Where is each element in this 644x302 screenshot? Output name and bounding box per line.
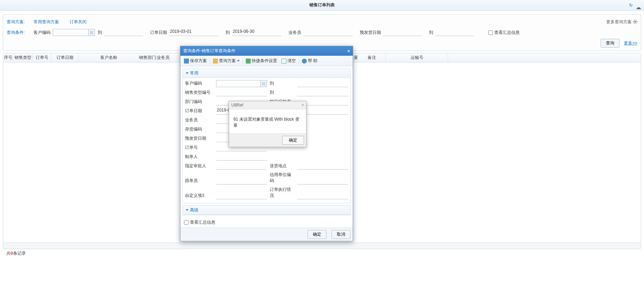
title-bar: 销售订单列表 ↻ <box>0 0 644 11</box>
section-advanced-header[interactable]: 高级 <box>183 206 350 215</box>
folder-icon <box>213 59 218 64</box>
form-input[interactable] <box>297 80 348 87</box>
col-header[interactable]: 订单日期 <box>51 53 79 62</box>
form-label: 订单日期 <box>185 108 213 115</box>
salesman-label: 业务员 <box>288 30 301 36</box>
popup-title-bar[interactable]: U8Ref × <box>229 101 306 109</box>
modal-title-bar[interactable]: 查询条件-销售订单查询条件 × <box>180 46 353 56</box>
modal-footer: 确定 取消 <box>180 228 353 241</box>
section-advanced: 高级 <box>183 205 351 215</box>
tb-quick[interactable]: 快捷条件设置 <box>244 57 279 65</box>
form-label: 部门编码 <box>185 99 213 105</box>
order-date-from[interactable]: 2019-03-01 <box>169 29 219 36</box>
form-label: 自定义项3 <box>185 193 213 199</box>
modal-cancel-button[interactable]: 取消 <box>332 230 351 239</box>
to2-label: 到 <box>429 30 433 36</box>
cust-code-to[interactable] <box>104 29 143 36</box>
col-header[interactable]: 销售类型 <box>13 53 33 62</box>
tb-save[interactable]: 保存方案 <box>183 57 208 65</box>
deliv-date-label: 预发货日期 <box>360 30 381 36</box>
to-label: 到 <box>98 30 102 36</box>
modal-ok-button[interactable]: 确定 <box>308 230 327 239</box>
close-icon[interactable]: × <box>347 49 350 54</box>
chevron-down-icon <box>633 20 637 24</box>
popup-message: 91 未设置对象变量或 With block 变量 <box>229 109 306 133</box>
form-label: 订单号 <box>185 145 213 151</box>
form-label <box>270 151 294 151</box>
form-label: 到 <box>270 90 294 96</box>
plan-label: 查询方案: <box>7 19 26 25</box>
form-label: 跟单员 <box>185 178 213 185</box>
summary-check[interactable]: 查看汇总信息 <box>488 30 520 36</box>
filter-panel: 查询方案: 常用查询方案 订单关闭 更多查询方案 查询条件: 客户编码 ☷ 到 … <box>3 14 641 51</box>
search-button[interactable]: 查询 <box>601 39 620 48</box>
tb-clear[interactable]: 清空 <box>280 57 297 65</box>
tb-plan[interactable]: 查询方案 <box>211 57 241 65</box>
form-input[interactable] <box>297 163 348 170</box>
form-label: 存货编码 <box>185 126 213 133</box>
tb-help[interactable]: 帮 助 <box>300 57 319 65</box>
plan-closed[interactable]: 订单关闭 <box>70 19 87 25</box>
form-label <box>270 160 294 161</box>
modal-title: 查询条件-销售订单查询条件 <box>183 48 235 54</box>
picker-icon[interactable]: ☷ <box>260 80 267 87</box>
save-icon <box>184 59 189 64</box>
form-label: 信用单位编码 <box>270 172 294 185</box>
form-input[interactable] <box>297 89 348 96</box>
more-plans[interactable]: 更多查询方案 <box>606 19 637 25</box>
deliv-date-to[interactable] <box>435 29 474 36</box>
modal-toolbar: 保存方案 查询方案 快捷条件设置 清空 帮 助 <box>180 56 353 66</box>
col-header[interactable]: 销售部门 <box>139 53 156 62</box>
cust-code-input[interactable]: ☷ <box>53 29 95 36</box>
page-title: 销售订单列表 <box>309 2 335 8</box>
picker-icon[interactable]: ☷ <box>88 29 95 36</box>
form-input[interactable] <box>216 89 267 96</box>
form-label: 送货地点 <box>270 163 294 170</box>
form-input[interactable]: ☷ <box>216 80 267 87</box>
col-header[interactable]: 序号 <box>3 53 13 62</box>
cust-code-label: 客户编码 <box>34 30 50 36</box>
grid-hscroll[interactable] <box>3 242 641 249</box>
form-input[interactable] <box>216 153 267 161</box>
col-header[interactable]: 客户名称 <box>79 53 139 62</box>
salesman-input[interactable] <box>303 29 353 36</box>
order-date-to[interactable]: 2019-06-30 <box>232 29 281 36</box>
popup-close-icon[interactable]: × <box>302 103 304 108</box>
status-bar: 共0条记录 <box>3 249 641 258</box>
col-header[interactable]: 备注 <box>358 53 386 62</box>
form-label: 销售类型编号 <box>185 90 213 96</box>
refresh-icon[interactable]: ↻ <box>629 3 634 8</box>
form-label: 业务员 <box>185 117 213 124</box>
form-label: 到 <box>270 80 294 87</box>
col-header[interactable]: 订单号 <box>33 53 51 62</box>
popup-ok-button[interactable]: 确定 <box>282 136 304 145</box>
cond-label: 查询条件: <box>7 30 26 36</box>
order-date-label: 订单日期 <box>150 30 167 36</box>
form-label: 订单执行情况 <box>270 187 294 199</box>
modal-summary-check[interactable]: 查看汇总信息 <box>184 220 215 225</box>
col-header[interactable]: 运输号 <box>386 53 448 62</box>
form-input[interactable] <box>216 192 267 199</box>
form-label: 制单人 <box>185 154 213 161</box>
error-popup: U8Ref × 91 未设置对象变量或 With block 变量 确定 <box>229 101 306 147</box>
col-header[interactable]: 业务员 <box>156 53 170 62</box>
form-label: 指定审批人 <box>185 163 213 170</box>
form-input[interactable] <box>216 163 267 170</box>
arrow-icon <box>246 59 251 64</box>
modal-summary-row: 查看汇总信息 <box>180 217 353 228</box>
help-icon <box>302 59 307 64</box>
form-label: 预发货日期 <box>185 135 213 142</box>
more-link[interactable]: 更多>> <box>624 40 637 46</box>
form-input[interactable] <box>216 177 267 185</box>
collapse-icon[interactable] <box>636 4 641 9</box>
form-input[interactable] <box>297 177 348 185</box>
order-date-to-label: 到 <box>226 30 230 36</box>
plan-common[interactable]: 常用查询方案 <box>34 19 59 25</box>
section-common-header[interactable]: 常用 <box>183 69 350 78</box>
chevron-down-icon <box>186 209 189 211</box>
deliv-date-from[interactable] <box>383 29 422 36</box>
form-input[interactable] <box>297 192 348 199</box>
chevron-down-icon <box>186 72 189 74</box>
chevron-down-icon <box>237 60 240 62</box>
form-label: 客户编码 <box>185 80 213 87</box>
